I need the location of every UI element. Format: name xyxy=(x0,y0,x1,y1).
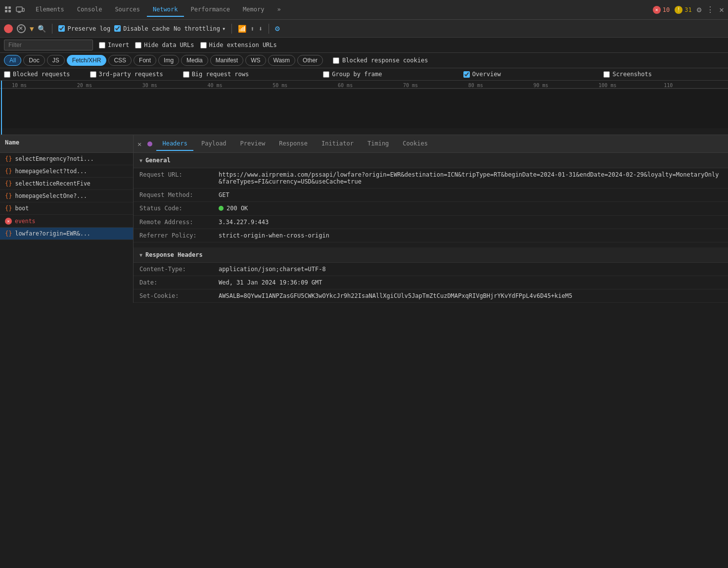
upload-icon[interactable]: ⬆ xyxy=(250,25,254,33)
warning-badge[interactable]: ! 31 xyxy=(675,6,691,14)
clear-button[interactable] xyxy=(17,24,26,33)
group-by-frame-checkbox[interactable]: Group by frame xyxy=(323,71,444,78)
screenshots-checkbox[interactable]: Screenshots xyxy=(603,71,724,78)
request-method-value: GET xyxy=(219,191,722,198)
request-url-row: Request URL: https://www.airpremia.com/p… xyxy=(134,168,728,189)
timeline: 10 ms 20 ms 30 ms 40 ms 50 ms 60 ms 70 m… xyxy=(0,81,728,135)
tick-1: 10 ms xyxy=(11,83,76,88)
record-button[interactable] xyxy=(4,24,13,33)
error-badge[interactable]: ✕ 10 xyxy=(653,6,670,14)
status-indicator: 200 OK xyxy=(219,205,248,212)
cursor-icon[interactable] xyxy=(4,5,13,14)
svg-rect-5 xyxy=(22,8,24,11)
type-btn-font[interactable]: Font xyxy=(134,55,156,66)
type-btn-other[interactable]: Other xyxy=(297,55,323,66)
separator-1 xyxy=(52,24,52,34)
tick-6: 60 ms xyxy=(337,83,402,88)
toolbar: ▼ 🔍 Preserve log Disable cache No thrott… xyxy=(0,20,728,38)
section-spacer xyxy=(134,242,728,247)
type-btn-media[interactable]: Media xyxy=(181,55,208,66)
remote-address-value: 3.34.227.9:443 xyxy=(219,219,722,226)
disable-cache-checkbox[interactable]: Disable cache xyxy=(114,25,170,32)
detail-tab-response[interactable]: Response xyxy=(273,137,314,151)
tab-memory[interactable]: Memory xyxy=(237,3,270,17)
general-section-header[interactable]: ▼ General xyxy=(134,153,728,168)
blocked-response-cookies: Blocked response cookies xyxy=(333,57,428,64)
status-code-value: 200 OK xyxy=(219,205,722,212)
svg-rect-2 xyxy=(5,10,7,12)
settings-icon[interactable]: ⚙ xyxy=(697,5,702,14)
download-icon[interactable]: ⬇ xyxy=(259,25,263,33)
hide-extension-urls-checkbox[interactable]: Hide extension URLs xyxy=(200,42,277,48)
content-type-row: Content-Type: application/json;charset=U… xyxy=(134,263,728,276)
tab-network[interactable]: Network xyxy=(147,3,184,17)
wifi-icon[interactable]: 📶 xyxy=(238,25,246,33)
preserve-log-checkbox[interactable]: Preserve log xyxy=(58,25,110,32)
list-item[interactable]: {} homepageSelectOne?... xyxy=(0,190,133,202)
detail-tab-preview[interactable]: Preview xyxy=(234,137,272,151)
invert-checkbox[interactable]: Invert xyxy=(99,42,129,48)
list-item[interactable]: {} selectEmergency?noti... xyxy=(0,153,133,165)
section-triangle-icon-2: ▼ xyxy=(139,252,142,258)
type-btn-css[interactable]: CSS xyxy=(108,55,132,66)
type-btn-img[interactable]: Img xyxy=(158,55,179,66)
close-icon[interactable]: ✕ xyxy=(719,5,724,14)
status-code-key: Status Code: xyxy=(139,205,219,212)
tick-7: 70 ms xyxy=(402,83,467,88)
blocked-response-checkbox[interactable] xyxy=(333,57,339,64)
remote-address-row: Remote Address: 3.34.227.9:443 xyxy=(134,216,728,229)
request-url-key: Request URL: xyxy=(139,171,219,178)
list-item[interactable]: {} lowfare?origin=EWR&... xyxy=(0,228,133,240)
tab-console[interactable]: Console xyxy=(71,3,108,17)
responsive-icon[interactable] xyxy=(16,5,25,14)
third-party-requests-checkbox[interactable]: 3rd-party requests xyxy=(90,71,163,78)
svg-rect-4 xyxy=(16,7,22,11)
detail-tab-payload[interactable]: Payload xyxy=(195,137,232,151)
request-url-value: https://www.airpremia.com/pssapi/lowfare… xyxy=(219,171,722,185)
separator-3 xyxy=(269,24,269,34)
referrer-policy-value: strict-origin-when-cross-origin xyxy=(219,232,722,239)
request-name: events xyxy=(15,218,36,225)
more-options-icon[interactable]: ⋮ xyxy=(706,5,714,14)
type-btn-doc[interactable]: Doc xyxy=(23,55,45,66)
timeline-ruler: 10 ms 20 ms 30 ms 40 ms 50 ms 60 ms 70 m… xyxy=(0,81,728,89)
date-key: Date: xyxy=(139,279,219,286)
request-method-row: Request Method: GET xyxy=(134,189,728,202)
tab-sources[interactable]: Sources xyxy=(109,3,146,17)
type-btn-manifest[interactable]: Manifest xyxy=(210,55,243,66)
filter-icon[interactable]: ▼ xyxy=(30,25,34,33)
response-headers-section-header[interactable]: ▼ Response Headers xyxy=(134,247,728,263)
tab-elements[interactable]: Elements xyxy=(30,3,70,17)
name-list: {} selectEmergency?noti... {} homepageSe… xyxy=(0,153,134,303)
type-btn-ws[interactable]: WS xyxy=(245,55,266,66)
type-btn-fetchxhr[interactable]: Fetch/XHR xyxy=(67,55,107,66)
list-item[interactable]: {} homepageSelect?tod... xyxy=(0,165,133,178)
detail-tab-timing[interactable]: Timing xyxy=(362,137,395,151)
tab-performance[interactable]: Performance xyxy=(185,3,236,17)
filter-input[interactable] xyxy=(4,40,93,50)
type-btn-wasm[interactable]: Wasm xyxy=(268,55,296,66)
detail-tab-initiator[interactable]: Initiator xyxy=(316,137,360,151)
network-settings-icon[interactable]: ⚙ xyxy=(275,24,280,33)
overview-checkbox[interactable]: Overview xyxy=(463,71,584,78)
type-btn-js[interactable]: JS xyxy=(47,55,65,66)
list-item[interactable]: {} boot xyxy=(0,202,133,215)
detail-tab-cookies[interactable]: Cookies xyxy=(397,137,434,151)
hide-data-urls-checkbox[interactable]: Hide data URLs xyxy=(135,42,194,48)
search-icon[interactable]: 🔍 xyxy=(38,25,46,33)
request-icon: {} xyxy=(5,205,12,212)
big-request-rows-checkbox[interactable]: Big request rows xyxy=(183,71,304,78)
tab-list: Elements Console Sources Network Perform… xyxy=(4,3,652,17)
section-triangle-icon: ▼ xyxy=(139,158,142,163)
list-item[interactable]: ✕ events xyxy=(0,215,133,228)
detail-tab-headers[interactable]: Headers xyxy=(156,137,193,151)
throttle-select[interactable]: No throttling ▾ xyxy=(174,25,226,32)
type-btn-all[interactable]: All xyxy=(4,55,21,66)
tick-8: 80 ms xyxy=(467,83,533,88)
detail-close-button[interactable]: ✕ xyxy=(137,140,141,148)
options-row: Blocked requests 3rd-party requests Big … xyxy=(0,68,728,81)
blocked-requests-checkbox[interactable]: Blocked requests xyxy=(4,71,70,78)
request-error-icon: ✕ xyxy=(5,217,12,225)
tab-more[interactable]: » xyxy=(271,3,286,17)
list-item[interactable]: {} selectNoticeRecentFive xyxy=(0,178,133,190)
